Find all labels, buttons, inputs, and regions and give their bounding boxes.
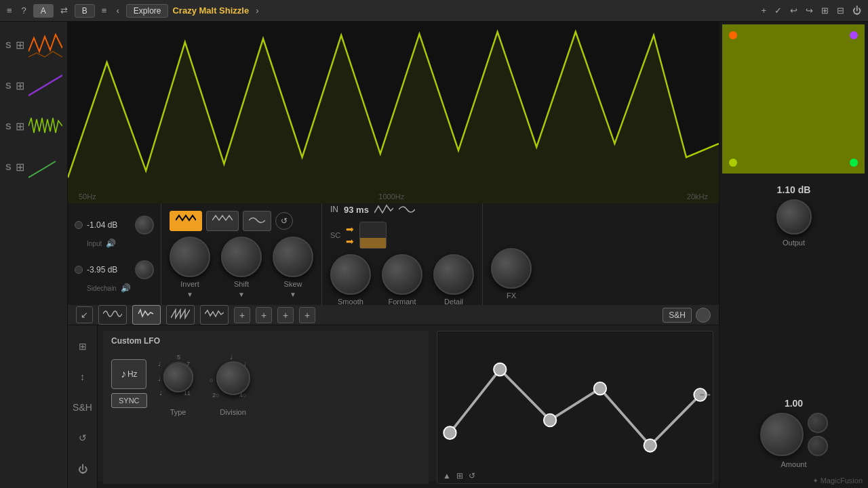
svg-text:♩: ♩ (230, 354, 233, 361)
sidechain-knob[interactable] (135, 260, 154, 279)
lfo-graph-icon-2[interactable]: ⊞ (456, 471, 463, 481)
sidebar-grid-icon-1[interactable]: ⊞ (16, 39, 24, 52)
lfo-add-btn-2[interactable]: + (256, 307, 272, 323)
lfo-graph-reset[interactable]: ↺ (469, 471, 475, 481)
preset-name[interactable]: Crazy Malt Shizzle (172, 5, 249, 16)
reset-button[interactable]: ↺ (275, 212, 293, 230)
center-area: 50Hz 1000Hz 20kHz -1.04 dB Input 🔊 (68, 22, 719, 488)
compare-button[interactable]: ⊞ (818, 4, 831, 17)
sidebar-grid-icon-2[interactable]: ⊞ (16, 79, 24, 92)
shift-dropdown[interactable]: ▼ (238, 291, 245, 298)
freq-label-20khz: 20kHz (687, 192, 708, 201)
lfo-graph[interactable]: ▲ ⊞ ↺ (437, 331, 713, 484)
spectrum-right-button[interactable]: ✓ (772, 4, 785, 17)
input-speaker-icon[interactable]: 🔊 (106, 239, 116, 248)
undo-button[interactable]: ↩ (787, 4, 800, 17)
spectrum-area[interactable]: 50Hz 1000Hz 20kHz (68, 22, 719, 203)
xy-dot-purple[interactable] (850, 31, 858, 39)
formant-knob[interactable] (382, 254, 422, 295)
sc-arrow-1[interactable]: ➡ (346, 224, 354, 235)
spectrum-left-button[interactable]: + (758, 4, 769, 17)
shift-knob[interactable] (221, 237, 262, 277)
lfo-add-btn-1[interactable]: + (234, 307, 250, 323)
spectrum-labels: 50Hz 1000Hz 20kHz (68, 192, 719, 201)
lfo-icon-reset[interactable]: ↺ (79, 432, 87, 443)
skew-dropdown[interactable]: ▼ (290, 291, 296, 298)
grid-button[interactable]: ⊟ (834, 4, 847, 17)
wave-mode-section: ↺ Invert ▼ Shift ▼ (161, 203, 322, 305)
lfo-icon-power[interactable]: ⏻ (78, 464, 87, 474)
svg-point-21 (644, 439, 656, 452)
xy-dot-orange[interactable] (729, 31, 737, 39)
lfo-icon-sh[interactable]: S&H (73, 402, 92, 413)
amount-knob[interactable] (760, 413, 804, 456)
lfo-route-btn[interactable]: ↙ (76, 306, 93, 323)
sidebar-grid-icon-4[interactable]: ⊞ (16, 161, 24, 174)
lfo-custom-btn[interactable] (132, 305, 161, 325)
smooth-formant-detail-row: Smooth Formant Detail (330, 254, 474, 306)
sidechain-db: -3.95 dB (87, 265, 131, 274)
top-toolbar: ≡ ? A ⇄ B ≡ ‹ Explore Crazy Malt Shizzle… (0, 0, 868, 22)
hz-button[interactable]: ♪ Hz (111, 359, 146, 389)
sh-button[interactable]: S&H (663, 308, 692, 323)
smooth-knob[interactable] (330, 254, 371, 295)
redo-button[interactable]: ↪ (803, 4, 816, 17)
lfo-icon-1[interactable]: ⊞ (79, 341, 87, 352)
sidebar-grid-icon-3[interactable]: ⊞ (16, 120, 24, 133)
fx-output-section: FX (483, 203, 540, 305)
sidechain-speaker-icon[interactable]: 🔊 (121, 283, 131, 293)
eq-button[interactable]: ≡ (99, 4, 110, 17)
xy-pad[interactable] (722, 24, 865, 174)
lfo-add-btn-4[interactable]: + (299, 307, 315, 323)
xy-dot-green-yellow[interactable] (729, 159, 737, 167)
amount-knob-small-2[interactable] (808, 436, 828, 456)
output-label: Output (783, 239, 805, 247)
lfo-icon-2[interactable]: ↕ (80, 371, 85, 382)
sidebar-row-1: S ⊞ (0, 24, 67, 65)
sync-button[interactable]: SYNC (111, 393, 147, 408)
help-button[interactable]: ? (19, 4, 29, 17)
back-button[interactable]: ‹ (113, 4, 121, 17)
svg-point-17 (443, 426, 456, 439)
sc-in-section: IN 93 ms SC ➡ ➡ (322, 203, 483, 305)
sc-arrow-2[interactable]: ➡ (346, 236, 354, 247)
detail-knob[interactable] (433, 254, 474, 295)
lfo-toolbar: ↙ + + + + S&H (68, 305, 719, 325)
type-knob[interactable] (163, 363, 193, 392)
preset-a-button[interactable]: A (33, 4, 54, 18)
skew-knob[interactable] (273, 237, 313, 277)
wave-mode-btn-2[interactable] (206, 211, 239, 231)
input-label-row: Input 🔊 (75, 239, 154, 248)
lfo-sine-btn[interactable] (98, 305, 127, 325)
invert-knob[interactable] (170, 237, 210, 277)
sidebar-s-2: S (5, 81, 12, 91)
lfo-circle-btn[interactable] (696, 308, 711, 323)
transfer-button[interactable]: ⇄ (58, 4, 71, 17)
amount-knob-small-1[interactable] (808, 413, 828, 433)
wave-mode-btn-3[interactable] (243, 211, 271, 231)
mini-wave-1 (28, 31, 62, 58)
preset-b-button[interactable]: B (75, 4, 95, 18)
lfo-add-btn-3[interactable]: + (277, 307, 294, 323)
lfo-random-btn[interactable] (200, 305, 229, 325)
toolbar-right: + ✓ ↩ ↪ ⊞ ⊟ ⏻ (758, 4, 864, 17)
power-button[interactable]: ⏻ (850, 4, 864, 17)
freq-label-1khz: 1000Hz (378, 192, 404, 201)
wave-mode-btn-active[interactable] (170, 211, 202, 231)
lfo-graph-icon-1[interactable]: ▲ (443, 471, 451, 481)
menu-button[interactable]: ≡ (4, 4, 15, 17)
invert-dropdown[interactable]: ▼ (186, 291, 193, 298)
division-knob[interactable] (216, 361, 250, 395)
xy-dot-green[interactable] (850, 159, 858, 167)
lfo-saw-btn[interactable] (166, 305, 195, 325)
sidechain-row: -3.95 dB (75, 260, 154, 279)
fx-knob[interactable] (491, 248, 532, 289)
explore-label[interactable]: Explore (126, 4, 169, 18)
division-group: ♩ ♩ ♩ 4○ 2○ ○ (210, 351, 257, 416)
input-row: -1.04 dB (75, 216, 154, 235)
sidechain-led (75, 266, 83, 274)
input-knob[interactable] (135, 216, 154, 235)
forward-button[interactable]: › (253, 4, 261, 17)
in-label: IN (330, 205, 338, 214)
output-knob[interactable] (776, 199, 812, 235)
